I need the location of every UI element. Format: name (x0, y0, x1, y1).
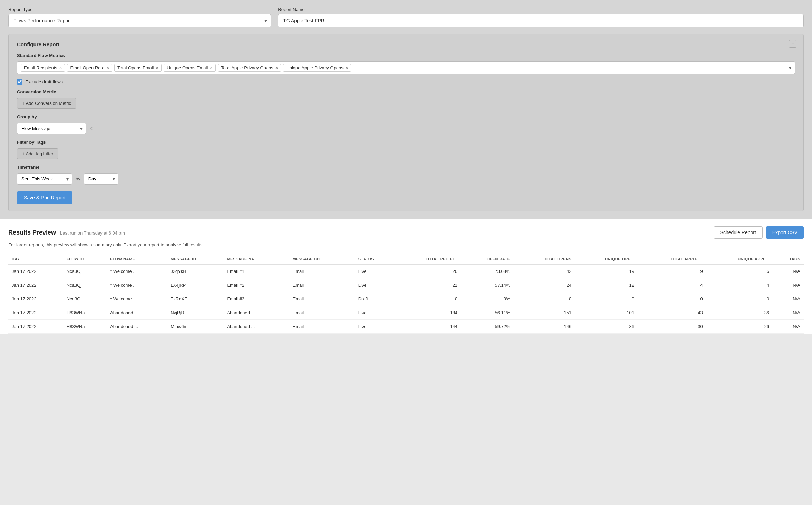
report-name-label: Report Name (278, 7, 804, 12)
col-tags: TAGS (773, 254, 804, 264)
group-by-section: Group by Flow Message Flow Message Chann… (17, 114, 795, 134)
cell-uniqueapple: 4 (706, 278, 773, 292)
remove-email-open-rate[interactable]: × (106, 66, 109, 70)
cell-uniqueopens: 86 (575, 320, 638, 334)
metric-label: Total Opens Email (117, 65, 154, 70)
cell-flowid: Nca3Qj (63, 292, 107, 306)
cell-uniqueopens: 0 (575, 292, 638, 306)
export-csv-button[interactable]: Export CSV (766, 226, 804, 239)
remove-unique-apple-privacy[interactable]: × (346, 66, 348, 70)
cell-messagechannel: Email (289, 264, 355, 278)
metrics-dropdown-arrow[interactable]: ▾ (789, 65, 791, 71)
col-message-id: MESSAGE ID (167, 254, 223, 264)
group-by-select[interactable]: Flow Message Flow Message Channel (17, 123, 86, 134)
cell-messagechannel: Email (289, 320, 355, 334)
clear-group-by-button[interactable]: × (89, 126, 93, 132)
cell-openrate: 57.14% (461, 278, 513, 292)
exclude-draft-checkbox[interactable] (17, 79, 22, 85)
cell-tags: N/A (773, 264, 804, 278)
table-row: Jan 17 2022H83WNaAbandoned ...Mfhw6mAban… (8, 320, 804, 334)
report-type-select[interactable]: Flows Performance Report (8, 14, 271, 27)
collapse-button[interactable]: − (789, 40, 796, 48)
table-row: Jan 17 2022Nca3Qj* Welcome ...TzRdXEEmai… (8, 292, 804, 306)
day-select-wrapper[interactable]: Day Week Month (84, 173, 118, 185)
table-row: Jan 17 2022H83WNaAbandoned ...NvjBjBAban… (8, 306, 804, 320)
cell-totalopens: 146 (514, 320, 575, 334)
cell-flowname: * Welcome ... (107, 292, 167, 306)
group-by-label: Group by (17, 114, 795, 119)
conversion-metric-section: Conversion Metric + Add Conversion Metri… (17, 89, 795, 109)
results-header: Results Preview Last run on Thursday at … (8, 226, 804, 239)
cell-totalrecipients: 144 (394, 320, 461, 334)
timeframe-select-wrapper[interactable]: Sent This Week Last 7 Days Last 30 Days … (17, 173, 72, 185)
save-run-button[interactable]: Save & Run Report (17, 191, 72, 204)
exclude-draft-label: Exclude draft flows (25, 79, 63, 85)
cell-totalopens: 0 (514, 292, 575, 306)
group-by-select-wrapper[interactable]: Flow Message Flow Message Channel (17, 123, 86, 134)
cell-status: Live (355, 306, 394, 320)
cell-day: Jan 17 2022 (8, 264, 63, 278)
metrics-row: Email Recipients × Email Open Rate × Tot… (17, 61, 795, 74)
last-run-text: Last run on Thursday at 6:04 pm (60, 230, 125, 236)
col-flow-name: FLOW NAME (107, 254, 167, 264)
metric-label: Email Recipients (24, 65, 57, 70)
cell-messagename: Email #3 (223, 292, 289, 306)
report-name-input[interactable] (278, 14, 804, 27)
cell-uniqueopens: 19 (575, 264, 638, 278)
schedule-report-button[interactable]: Schedule Report (714, 226, 763, 239)
timeframe-label: Timeframe (17, 165, 795, 170)
add-tag-filter-button[interactable]: + Add Tag Filter (17, 148, 58, 159)
remove-unique-opens-email[interactable]: × (210, 66, 213, 70)
results-preview-title: Results Preview (8, 229, 56, 236)
report-type-label: Report Type (8, 7, 271, 12)
timeframe-section: Timeframe Sent This Week Last 7 Days Las… (17, 165, 795, 185)
cell-uniqueopens: 12 (575, 278, 638, 292)
col-open-rate: OPEN RATE (461, 254, 513, 264)
cell-tags: N/A (773, 306, 804, 320)
cell-tags: N/A (773, 292, 804, 306)
cell-messageid: Mfhw6m (167, 320, 223, 334)
cell-flowname: * Welcome ... (107, 278, 167, 292)
cell-totalapple: 43 (638, 306, 706, 320)
cell-totalopens: 24 (514, 278, 575, 292)
remove-total-apple-privacy[interactable]: × (276, 66, 278, 70)
col-total-opens: TOTAL OPENS (514, 254, 575, 264)
cell-flowid: Nca3Qj (63, 278, 107, 292)
col-message-name: MESSAGE NA... (223, 254, 289, 264)
cell-openrate: 0% (461, 292, 513, 306)
add-conversion-metric-button[interactable]: + Add Conversion Metric (17, 98, 76, 109)
preview-note: For larger reports, this preview will sh… (8, 242, 804, 247)
cell-flowname: * Welcome ... (107, 264, 167, 278)
cell-messageid: TzRdXE (167, 292, 223, 306)
cell-uniqueapple: 0 (706, 292, 773, 306)
filter-by-tags-label: Filter by Tags (17, 140, 795, 145)
cell-flowname: Abandoned ... (107, 306, 167, 320)
cell-totalapple: 30 (638, 320, 706, 334)
timeframe-select[interactable]: Sent This Week Last 7 Days Last 30 Days … (17, 173, 72, 185)
cell-openrate: 59.72% (461, 320, 513, 334)
cell-tags: N/A (773, 320, 804, 334)
col-unique-apple: UNIQUE APPL... (706, 254, 773, 264)
table-row: Jan 17 2022Nca3Qj* Welcome ...LX4jRPEmai… (8, 278, 804, 292)
table-header-row: DAY FLOW ID FLOW NAME MESSAGE ID MESSAGE… (8, 254, 804, 264)
metric-label: Unique Apple Privacy Opens (286, 65, 343, 70)
cell-openrate: 56.11% (461, 306, 513, 320)
cell-day: Jan 17 2022 (8, 306, 63, 320)
report-type-select-wrapper[interactable]: Flows Performance Report (8, 14, 271, 27)
remove-email-recipients[interactable]: × (59, 66, 62, 70)
cell-totalapple: 0 (638, 292, 706, 306)
cell-uniqueapple: 6 (706, 264, 773, 278)
table-row: Jan 17 2022Nca3Qj* Welcome ...J2qYkHEmai… (8, 264, 804, 278)
remove-total-opens-email[interactable]: × (156, 66, 159, 70)
metric-label: Unique Opens Email (167, 65, 208, 70)
granularity-select[interactable]: Day Week Month (84, 173, 118, 185)
cell-totalapple: 9 (638, 264, 706, 278)
cell-status: Live (355, 278, 394, 292)
report-type-group: Report Type Flows Performance Report (8, 7, 271, 27)
cell-messagename: Email #2 (223, 278, 289, 292)
metric-tag-total-opens-email: Total Opens Email × (114, 64, 162, 72)
cell-tags: N/A (773, 278, 804, 292)
metric-tag-email-open-rate: Email Open Rate × (67, 64, 112, 72)
cell-messagechannel: Email (289, 306, 355, 320)
cell-flowid: H83WNa (63, 306, 107, 320)
